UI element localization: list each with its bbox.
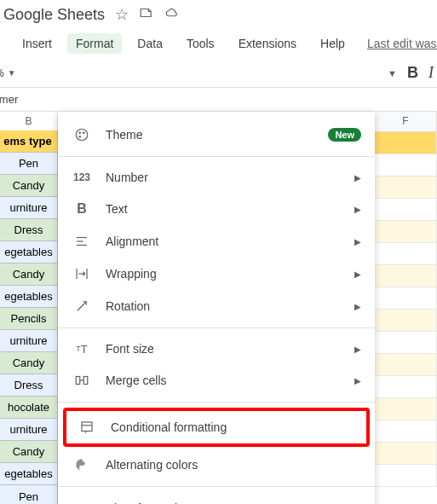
chevron-down-icon: ▼ [8, 68, 16, 78]
menu-label: Alignment [106, 235, 354, 248]
menu-label: Text [106, 202, 354, 216]
menu-format[interactable]: Format [67, 33, 122, 54]
bold-icon: B [72, 201, 92, 217]
header-cell[interactable]: ems type [0, 130, 58, 153]
table-cell[interactable]: urniture [0, 330, 58, 352]
svg-rect-11 [82, 422, 92, 432]
menu-label: Rotation [106, 299, 354, 313]
menu-extensions[interactable]: Extensions [230, 33, 305, 54]
svg-rect-9 [76, 377, 80, 385]
title-icons: ☆ [115, 5, 180, 25]
table-cell[interactable]: Pen [0, 485, 58, 504]
italic-button[interactable]: I [428, 64, 434, 82]
menu-conditional-formatting[interactable]: Conditional formatting [66, 411, 366, 443]
highlight-annotation: Conditional formatting [63, 408, 370, 447]
menu-help[interactable]: Help [312, 33, 354, 54]
divider [58, 402, 375, 403]
menu-number[interactable]: 123 Number ▶ [58, 162, 375, 193]
menu-merge-cells[interactable]: Merge cells ▶ [58, 364, 375, 397]
menu-label: Wrapping [106, 267, 354, 281]
chevron-right-icon: ▶ [354, 205, 361, 214]
svg-rect-10 [83, 377, 88, 385]
align-icon [72, 234, 92, 249]
table-cell[interactable] [375, 465, 437, 487]
table-cell[interactable]: Candy [0, 175, 58, 197]
wrap-icon [72, 266, 92, 281]
menu-alternating-colors[interactable]: Alternating colors [58, 449, 375, 481]
document-title: e in Google Sheets [0, 6, 105, 24]
table-cell[interactable] [375, 154, 437, 177]
table-cell[interactable]: Candy [0, 352, 58, 374]
star-icon[interactable]: ☆ [115, 5, 129, 25]
chevron-right-icon: ▶ [354, 302, 361, 311]
table-cell[interactable]: urniture [0, 419, 58, 441]
menu-clear-formatting[interactable]: Clear formatting Ctrl+\ [58, 492, 375, 504]
table-cell[interactable] [375, 132, 437, 154]
table-cell[interactable]: Pen [0, 153, 58, 175]
divider [58, 327, 375, 328]
toolbar: 0% ▼ ▼ B I [0, 59, 437, 88]
table-cell[interactable] [375, 310, 437, 332]
menu-label: Font size [106, 342, 354, 356]
table-cell[interactable]: Dress [0, 374, 58, 397]
chevron-right-icon: ▶ [354, 237, 361, 246]
table-cell[interactable]: hocolate [0, 397, 58, 419]
divider [58, 486, 375, 487]
alternating-colors-icon [72, 457, 92, 472]
col-header-f[interactable]: F [375, 112, 437, 132]
menubar: Insert Format Data Tools Extensions Help… [0, 30, 437, 59]
menu-label: Conditional formatting [111, 420, 356, 434]
table-cell[interactable] [375, 265, 437, 287]
table-cell[interactable] [375, 398, 437, 420]
menu-label: Theme [106, 128, 328, 142]
menu-font-size[interactable]: TT Font size ▶ [58, 333, 375, 364]
formula-value: tomer [0, 93, 18, 106]
zoom-selector[interactable]: 0% ▼ [0, 67, 16, 79]
last-edit-link[interactable]: Last edit was s [367, 37, 437, 50]
table-cell[interactable]: egetables [0, 286, 58, 308]
new-badge: New [328, 128, 361, 142]
table-cell[interactable] [375, 287, 437, 310]
column-b: B ems type Pen Candy urniture Dress eget… [0, 112, 58, 485]
table-cell[interactable]: egetables [0, 241, 58, 264]
divider [58, 156, 375, 157]
spreadsheet: B ems type Pen Candy urniture Dress eget… [0, 112, 437, 504]
format-menu-dropdown: Theme New 123 Number ▶ B Text ▶ Alignmen… [58, 112, 375, 504]
table-cell[interactable]: Dress [0, 219, 58, 241]
move-icon[interactable] [139, 5, 154, 25]
table-cell[interactable]: egetables [0, 463, 58, 485]
title-bar: e in Google Sheets ☆ [0, 0, 437, 30]
table-cell[interactable] [375, 199, 437, 221]
caret-icon[interactable]: ▼ [388, 68, 397, 78]
menu-label: Number [106, 171, 354, 184]
menu-text[interactable]: B Text ▶ [58, 193, 375, 225]
bold-button[interactable]: B [407, 64, 418, 82]
menu-alignment[interactable]: Alignment ▶ [58, 225, 375, 258]
conditional-format-icon [77, 420, 97, 435]
chevron-right-icon: ▶ [354, 173, 361, 182]
table-cell[interactable]: urniture [0, 197, 58, 219]
table-cell[interactable] [375, 221, 437, 243]
table-cell[interactable] [375, 177, 437, 199]
table-cell[interactable]: Candy [0, 441, 58, 463]
table-cell[interactable]: Pencils [0, 308, 58, 330]
menu-insert[interactable]: Insert [14, 33, 60, 54]
table-cell[interactable] [375, 420, 437, 443]
table-cell[interactable]: Candy [0, 264, 58, 286]
table-cell[interactable] [375, 332, 437, 354]
menu-rotation[interactable]: Rotation ▶ [58, 290, 375, 322]
table-cell[interactable] [375, 443, 437, 465]
toolbar-right: ▼ B I [388, 64, 437, 82]
menu-label: Merge cells [106, 374, 354, 387]
menu-wrapping[interactable]: Wrapping ▶ [58, 258, 375, 290]
menu-tools[interactable]: Tools [178, 33, 223, 54]
table-cell[interactable] [375, 354, 437, 376]
font-size-icon: TT [72, 343, 92, 356]
cloud-icon[interactable] [164, 5, 180, 25]
formula-bar[interactable]: tomer [0, 88, 437, 112]
table-cell[interactable] [375, 243, 437, 265]
menu-theme[interactable]: Theme New [58, 119, 375, 151]
col-header-b[interactable]: B [0, 112, 58, 130]
menu-data[interactable]: Data [129, 33, 171, 54]
table-cell[interactable] [375, 376, 437, 398]
